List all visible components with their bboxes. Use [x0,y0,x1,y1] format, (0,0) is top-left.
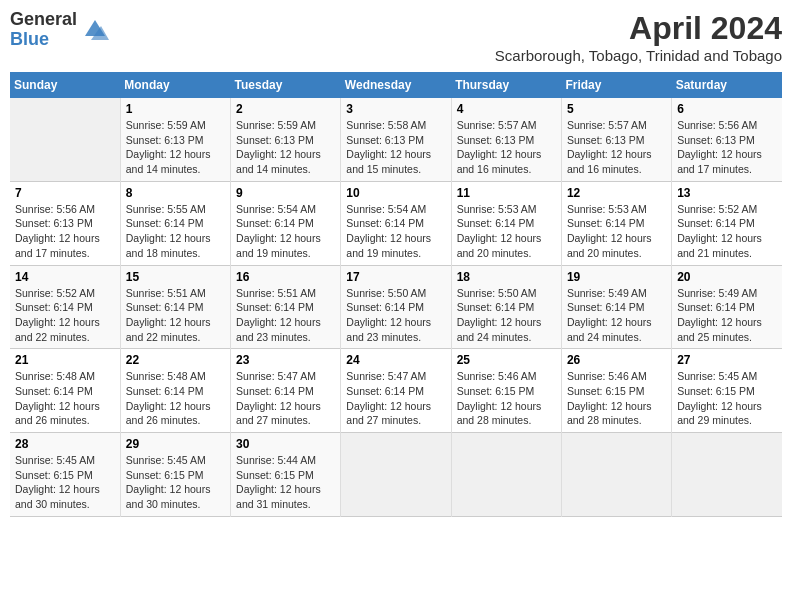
day-info: Sunrise: 5:48 AMSunset: 6:14 PMDaylight:… [15,369,115,428]
day-info: Sunrise: 5:59 AMSunset: 6:13 PMDaylight:… [236,118,335,177]
day-cell: 10Sunrise: 5:54 AMSunset: 6:14 PMDayligh… [341,181,451,265]
day-cell: 22Sunrise: 5:48 AMSunset: 6:14 PMDayligh… [120,349,230,433]
day-info: Sunrise: 5:53 AMSunset: 6:14 PMDaylight:… [457,202,556,261]
day-cell: 11Sunrise: 5:53 AMSunset: 6:14 PMDayligh… [451,181,561,265]
day-cell: 26Sunrise: 5:46 AMSunset: 6:15 PMDayligh… [561,349,671,433]
day-number: 5 [567,102,666,116]
day-cell: 17Sunrise: 5:50 AMSunset: 6:14 PMDayligh… [341,265,451,349]
day-info: Sunrise: 5:53 AMSunset: 6:14 PMDaylight:… [567,202,666,261]
day-info: Sunrise: 5:44 AMSunset: 6:15 PMDaylight:… [236,453,335,512]
day-cell: 9Sunrise: 5:54 AMSunset: 6:14 PMDaylight… [231,181,341,265]
day-cell: 12Sunrise: 5:53 AMSunset: 6:14 PMDayligh… [561,181,671,265]
day-number: 15 [126,270,225,284]
day-cell: 19Sunrise: 5:49 AMSunset: 6:14 PMDayligh… [561,265,671,349]
calendar-table: SundayMondayTuesdayWednesdayThursdayFrid… [10,72,782,517]
logo-blue-text: Blue [10,30,77,50]
day-info: Sunrise: 5:55 AMSunset: 6:14 PMDaylight:… [126,202,225,261]
day-cell: 4Sunrise: 5:57 AMSunset: 6:13 PMDaylight… [451,98,561,181]
day-info: Sunrise: 5:50 AMSunset: 6:14 PMDaylight:… [346,286,445,345]
day-cell [10,98,120,181]
day-number: 22 [126,353,225,367]
logo: General Blue [10,10,109,50]
day-number: 1 [126,102,225,116]
day-number: 26 [567,353,666,367]
week-row-3: 14Sunrise: 5:52 AMSunset: 6:14 PMDayligh… [10,265,782,349]
day-number: 23 [236,353,335,367]
day-info: Sunrise: 5:57 AMSunset: 6:13 PMDaylight:… [567,118,666,177]
day-info: Sunrise: 5:56 AMSunset: 6:13 PMDaylight:… [15,202,115,261]
day-number: 29 [126,437,225,451]
header-wednesday: Wednesday [341,72,451,98]
logo-general-text: General [10,10,77,30]
day-number: 4 [457,102,556,116]
day-cell: 6Sunrise: 5:56 AMSunset: 6:13 PMDaylight… [672,98,782,181]
header-sunday: Sunday [10,72,120,98]
day-number: 27 [677,353,777,367]
day-number: 3 [346,102,445,116]
day-info: Sunrise: 5:45 AMSunset: 6:15 PMDaylight:… [677,369,777,428]
day-info: Sunrise: 5:58 AMSunset: 6:13 PMDaylight:… [346,118,445,177]
day-info: Sunrise: 5:51 AMSunset: 6:14 PMDaylight:… [236,286,335,345]
day-number: 24 [346,353,445,367]
day-number: 19 [567,270,666,284]
day-number: 7 [15,186,115,200]
day-info: Sunrise: 5:54 AMSunset: 6:14 PMDaylight:… [236,202,335,261]
day-cell: 13Sunrise: 5:52 AMSunset: 6:14 PMDayligh… [672,181,782,265]
day-cell [672,433,782,517]
day-info: Sunrise: 5:45 AMSunset: 6:15 PMDaylight:… [126,453,225,512]
location-title: Scarborough, Tobago, Trinidad and Tobago [495,47,782,64]
day-number: 8 [126,186,225,200]
day-number: 30 [236,437,335,451]
day-cell: 2Sunrise: 5:59 AMSunset: 6:13 PMDaylight… [231,98,341,181]
day-cell: 5Sunrise: 5:57 AMSunset: 6:13 PMDaylight… [561,98,671,181]
day-number: 13 [677,186,777,200]
day-number: 11 [457,186,556,200]
month-title: April 2024 [495,10,782,47]
day-cell: 18Sunrise: 5:50 AMSunset: 6:14 PMDayligh… [451,265,561,349]
day-info: Sunrise: 5:56 AMSunset: 6:13 PMDaylight:… [677,118,777,177]
day-info: Sunrise: 5:57 AMSunset: 6:13 PMDaylight:… [457,118,556,177]
week-row-5: 28Sunrise: 5:45 AMSunset: 6:15 PMDayligh… [10,433,782,517]
day-number: 6 [677,102,777,116]
day-cell: 29Sunrise: 5:45 AMSunset: 6:15 PMDayligh… [120,433,230,517]
title-section: April 2024 Scarborough, Tobago, Trinidad… [495,10,782,64]
header-saturday: Saturday [672,72,782,98]
day-cell: 8Sunrise: 5:55 AMSunset: 6:14 PMDaylight… [120,181,230,265]
day-cell: 25Sunrise: 5:46 AMSunset: 6:15 PMDayligh… [451,349,561,433]
day-number: 21 [15,353,115,367]
page-header: General Blue April 2024 Scarborough, Tob… [10,10,782,64]
day-info: Sunrise: 5:46 AMSunset: 6:15 PMDaylight:… [567,369,666,428]
day-info: Sunrise: 5:59 AMSunset: 6:13 PMDaylight:… [126,118,225,177]
day-cell: 27Sunrise: 5:45 AMSunset: 6:15 PMDayligh… [672,349,782,433]
day-info: Sunrise: 5:54 AMSunset: 6:14 PMDaylight:… [346,202,445,261]
day-number: 12 [567,186,666,200]
day-info: Sunrise: 5:51 AMSunset: 6:14 PMDaylight:… [126,286,225,345]
day-cell: 21Sunrise: 5:48 AMSunset: 6:14 PMDayligh… [10,349,120,433]
day-cell: 3Sunrise: 5:58 AMSunset: 6:13 PMDaylight… [341,98,451,181]
day-info: Sunrise: 5:47 AMSunset: 6:14 PMDaylight:… [236,369,335,428]
day-cell: 28Sunrise: 5:45 AMSunset: 6:15 PMDayligh… [10,433,120,517]
day-number: 16 [236,270,335,284]
day-cell: 7Sunrise: 5:56 AMSunset: 6:13 PMDaylight… [10,181,120,265]
week-row-2: 7Sunrise: 5:56 AMSunset: 6:13 PMDaylight… [10,181,782,265]
day-cell [341,433,451,517]
day-number: 9 [236,186,335,200]
day-info: Sunrise: 5:49 AMSunset: 6:14 PMDaylight:… [567,286,666,345]
header-monday: Monday [120,72,230,98]
day-info: Sunrise: 5:52 AMSunset: 6:14 PMDaylight:… [15,286,115,345]
week-row-1: 1Sunrise: 5:59 AMSunset: 6:13 PMDaylight… [10,98,782,181]
day-info: Sunrise: 5:49 AMSunset: 6:14 PMDaylight:… [677,286,777,345]
header-thursday: Thursday [451,72,561,98]
day-info: Sunrise: 5:52 AMSunset: 6:14 PMDaylight:… [677,202,777,261]
day-info: Sunrise: 5:50 AMSunset: 6:14 PMDaylight:… [457,286,556,345]
day-info: Sunrise: 5:46 AMSunset: 6:15 PMDaylight:… [457,369,556,428]
day-cell: 30Sunrise: 5:44 AMSunset: 6:15 PMDayligh… [231,433,341,517]
day-cell [561,433,671,517]
logo-icon [81,16,109,44]
day-number: 10 [346,186,445,200]
day-number: 20 [677,270,777,284]
day-cell: 15Sunrise: 5:51 AMSunset: 6:14 PMDayligh… [120,265,230,349]
day-cell: 1Sunrise: 5:59 AMSunset: 6:13 PMDaylight… [120,98,230,181]
day-number: 25 [457,353,556,367]
day-number: 2 [236,102,335,116]
